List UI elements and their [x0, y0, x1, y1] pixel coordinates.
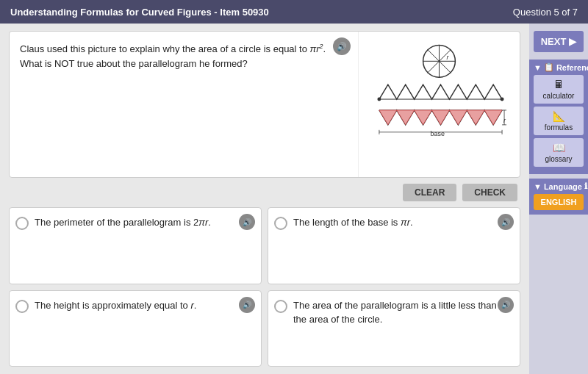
- svg-marker-15: [397, 109, 415, 124]
- glossary-icon: 📖: [553, 142, 565, 154]
- question-formula: πr2: [310, 43, 323, 54]
- diagram-svg: r: [366, 40, 512, 169]
- radio-c[interactable]: [15, 300, 29, 313]
- triangle-icon: ▼: [534, 63, 542, 72]
- audio-icon: 🔊: [337, 42, 347, 51]
- reference-text: 📋: [544, 62, 554, 72]
- clear-button[interactable]: CLEAR: [403, 184, 456, 201]
- language-label: ▼ Language ℹ: [534, 181, 584, 191]
- question-text: Claus used this picture to explain why t…: [10, 32, 358, 177]
- answer-card-b[interactable]: The length of the base is πr. 🔊: [268, 207, 520, 284]
- answer-card-c[interactable]: The height is approximately equal to r. …: [9, 290, 262, 367]
- svg-text:base: base: [431, 129, 445, 137]
- action-row: CLEAR CHECK: [9, 184, 520, 201]
- glossary-label: glossary: [545, 155, 572, 163]
- glossary-button[interactable]: 📖 glossary: [534, 138, 584, 167]
- audio-button-a[interactable]: 🔊: [239, 214, 255, 230]
- language-text: Language: [544, 182, 582, 191]
- audio-button-d[interactable]: 🔊: [498, 297, 514, 313]
- svg-point-12: [501, 97, 504, 101]
- question-image: r: [358, 32, 520, 177]
- next-button[interactable]: NEXT ▶: [534, 31, 584, 52]
- header-title: Understanding Formulas for Curved Figure…: [10, 7, 269, 18]
- answer-card-d[interactable]: The area of the parallelogram is a littl…: [268, 290, 520, 367]
- answer-text-d: The area of the parallelogram is a littl…: [293, 298, 512, 327]
- radio-d[interactable]: [274, 300, 287, 313]
- check-button[interactable]: CHECK: [462, 184, 517, 201]
- question-counter: Question 5 of 7: [513, 7, 578, 18]
- audio-icon-d: 🔊: [501, 301, 510, 309]
- formulas-icon: 📐: [553, 110, 565, 122]
- english-button[interactable]: ENGLISH: [534, 194, 584, 210]
- next-arrow-icon: ▶: [569, 36, 576, 47]
- audio-button-b[interactable]: 🔊: [498, 214, 514, 230]
- svg-marker-20: [484, 109, 502, 124]
- calculator-icon: 🖩: [553, 79, 564, 90]
- next-label: NEXT: [541, 36, 567, 47]
- answer-text-b: The length of the base is πr.: [293, 215, 413, 230]
- svg-marker-18: [449, 109, 467, 124]
- answer-text-c: The height is approximately equal to r.: [35, 298, 196, 313]
- reference-word: Reference: [556, 63, 588, 72]
- audio-icon-b: 🔊: [501, 218, 510, 226]
- info-icon: ℹ: [584, 181, 587, 191]
- header: Understanding Formulas for Curved Figure…: [0, 0, 588, 24]
- audio-icon-a: 🔊: [243, 218, 251, 226]
- svg-marker-16: [415, 109, 432, 124]
- reference-section: ▼ 📋 Reference 🖩 calculator 📐 formulas 📖 …: [529, 60, 588, 174]
- question-audio-button[interactable]: 🔊: [333, 37, 351, 55]
- calculator-label: calculator: [543, 92, 575, 100]
- question-text-part1: Claus used this picture to explain why t…: [20, 43, 310, 54]
- radio-b[interactable]: [274, 217, 287, 230]
- content-area: Claus used this picture to explain why t…: [0, 24, 529, 374]
- calculator-button[interactable]: 🖩 calculator: [534, 75, 584, 104]
- formulas-button[interactable]: 📐 formulas: [534, 107, 584, 135]
- audio-icon-c: 🔊: [243, 301, 251, 309]
- svg-point-11: [377, 97, 381, 101]
- reference-label: ▼ 📋 Reference: [534, 62, 584, 72]
- answer-card-a[interactable]: The perimeter of the parallelogram is 2π…: [9, 207, 262, 284]
- svg-marker-17: [432, 109, 450, 124]
- answers-grid: The perimeter of the parallelogram is 2π…: [9, 207, 520, 367]
- svg-marker-19: [467, 109, 484, 124]
- main-area: Claus used this picture to explain why t…: [0, 24, 588, 374]
- formulas-label: formulas: [545, 123, 573, 132]
- question-panel: Claus used this picture to explain why t…: [9, 31, 520, 178]
- answer-text-a: The perimeter of the parallelogram is 2π…: [35, 215, 211, 230]
- lang-triangle-icon: ▼: [534, 182, 542, 191]
- radio-a[interactable]: [15, 217, 29, 230]
- audio-button-c[interactable]: 🔊: [239, 297, 255, 313]
- svg-marker-14: [379, 109, 397, 124]
- language-section: ▼ Language ℹ ENGLISH: [529, 179, 588, 215]
- sidebar: NEXT ▶ ▼ 📋 Reference 🖩 calculator 📐 form…: [529, 24, 588, 374]
